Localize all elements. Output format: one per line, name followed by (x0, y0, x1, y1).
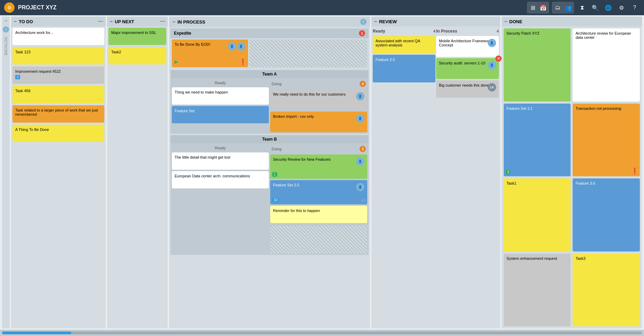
calendar-view-icon[interactable]: 📅 (538, 2, 548, 13)
lk-badge: LK (488, 83, 496, 91)
list-item[interactable]: Improvement request #522 3 (12, 67, 104, 84)
kanban-board: − i BACKLOG − TO DO ⋯ Architecture work … (0, 15, 644, 330)
inprocess-collapse-btn[interactable]: − (173, 19, 175, 25)
expedite-wip-area (249, 39, 367, 67)
expedite-section: Expedite 1 To Be Done By EOD! 👤 👤 ➤ ❗ (170, 28, 369, 69)
review-inprocess-col: In Process 4 Mobile Architecture Framewo… (436, 28, 499, 327)
review-sub-columns: Ready 4 Associated with recent QA system… (371, 26, 500, 328)
list-item[interactable]: Task2 (108, 47, 166, 64)
list-item[interactable]: A Thing To Be Done (12, 125, 104, 142)
board-view-icon[interactable]: ⊞ (528, 2, 538, 13)
settings-icon[interactable]: ⚙ (616, 2, 627, 13)
user-group: 🗂 👥 (552, 2, 574, 14)
avatar: 👤 (356, 183, 364, 191)
review-inprocess-header: In Process 4 (436, 28, 499, 35)
team-b-ready-label: Ready (172, 145, 269, 151)
list-item[interactable]: Reminder for this to happen (270, 206, 367, 223)
list-item[interactable]: Feature Set (172, 106, 269, 123)
header-left: ⚙ PROJECT XYZ (4, 2, 56, 13)
blocked-icon: ❗ (239, 58, 247, 66)
todo-collapse-btn[interactable]: − (14, 19, 17, 24)
list-item[interactable]: Security Review for New Features 👤 1 (270, 154, 367, 179)
avatar: 👤 (488, 39, 496, 47)
review-ready-col: Ready 4 Associated with recent QA system… (373, 28, 435, 327)
filter-icon[interactable]: ⧗ (577, 2, 587, 13)
done-body: Security Patch XYZ Architecture review f… (502, 26, 642, 328)
list-item[interactable]: Feature Set 2.0 👤 10 🏷 (270, 180, 367, 204)
upnext-body: Major improvement to SSL Task2 (107, 26, 168, 328)
list-item[interactable]: Architecture work for... (12, 28, 104, 45)
list-item[interactable]: Task3 (573, 254, 640, 327)
done-collapse-btn[interactable]: − (504, 19, 507, 24)
list-item[interactable]: Task 123 (12, 47, 104, 64)
inprocess-body: Expedite 1 To Be Done By EOD! 👤 👤 ➤ ❗ (169, 27, 370, 328)
list-item[interactable]: European Data center arch. communication… (172, 171, 269, 188)
help-icon[interactable]: ? (629, 2, 640, 13)
list-item[interactable]: To Be Done By EOD! 👤 👤 ➤ ❗ (172, 39, 248, 67)
scrollbar-track[interactable] (2, 331, 642, 334)
card-badge: 1 (272, 172, 277, 177)
avatar: 👤 (356, 92, 364, 100)
card-icon[interactable]: 🗂 (553, 2, 563, 13)
upnext-header: − UP NEXT ⋯ (107, 17, 168, 26)
board-info-icon[interactable]: i (3, 26, 9, 33)
app-title: PROJECT XYZ (18, 5, 56, 11)
team-b-section: Team B Ready The little detail that migh… (170, 135, 369, 255)
upnext-title: UP NEXT (115, 19, 134, 24)
upnext-collapse-btn[interactable]: − (110, 19, 113, 24)
list-item[interactable]: We really need to do this for our custom… (270, 89, 367, 110)
scrollbar-thumb[interactable] (2, 331, 71, 334)
list-item[interactable]: Security audit: servers 1-10 👤 ✕ (436, 58, 499, 79)
list-item[interactable]: Feature 2.5 (373, 55, 435, 82)
app-logo: ⚙ (4, 2, 15, 13)
list-item[interactable]: Broken import - csv only 👤 (270, 112, 367, 132)
list-item[interactable]: Major improvement to SSL (108, 28, 166, 45)
todo-column: − TO DO ⋯ Architecture work for... Task … (11, 17, 106, 328)
list-item[interactable]: Mobile Architecture Framework Concept 👤 (436, 36, 499, 57)
todo-menu-btn[interactable]: ⋯ (98, 19, 103, 24)
list-item[interactable]: Task 456 (12, 86, 104, 103)
review-collapse-btn[interactable]: − (374, 19, 377, 24)
list-item[interactable]: Security Patch XYZ (504, 28, 571, 101)
remove-card-btn[interactable]: ✕ (495, 55, 502, 62)
card-badge: 3 (15, 75, 20, 79)
collapse-all-btn[interactable]: − (5, 18, 7, 24)
priority-arrow-icon: ➤ (173, 58, 178, 66)
upnext-header-left: − UP NEXT (110, 19, 134, 24)
todo-body: Architecture work for... Task 123 Improv… (11, 26, 106, 328)
search-icon[interactable]: 🔍 (590, 2, 600, 13)
upnext-menu-btn[interactable]: ⋯ (160, 19, 165, 24)
tag-icon: 🏷 (361, 197, 366, 203)
list-item[interactable]: Feature 3.0 (573, 178, 640, 251)
inprocess-column: − IN PROCESS i Expedite 1 To Be Done By … (169, 17, 370, 328)
done-title: DONE (509, 19, 522, 24)
list-item[interactable]: Thing we need to make happen (172, 87, 269, 105)
avatar: 👤 (356, 157, 364, 166)
list-item[interactable]: The little detail that might get lost (172, 152, 269, 170)
todo-title: TO DO (19, 19, 33, 24)
todo-header: − TO DO ⋯ (11, 17, 106, 26)
review-inprocess-count: 4 (497, 29, 499, 33)
app-header: ⚙ PROJECT XYZ ⊞ 📅 🗂 👥 ⧗ 🔍 🌐 ⚙ ? (0, 0, 644, 15)
team-b-ready-col: Ready The little detail that might get l… (172, 145, 269, 254)
list-item[interactable]: Feature Set 2.1 3 (504, 104, 571, 177)
people-icon[interactable]: 👥 (563, 2, 573, 13)
review-column: − REVIEW Ready 4 Associated with recent … (371, 17, 500, 328)
team-b-columns: Ready The little detail that might get l… (170, 143, 369, 255)
team-b-doing-col: Doing 3 Security Review for New Features… (270, 145, 367, 254)
globe-icon[interactable]: 🌐 (603, 2, 614, 13)
list-item[interactable]: Transaction not processing ❗ (573, 104, 640, 177)
inprocess-info-icon[interactable]: i (360, 19, 367, 25)
team-a-header: Team A (170, 70, 369, 78)
list-item[interactable]: Associated with recent QA system analysi… (373, 36, 435, 53)
list-item[interactable]: Task1 (504, 178, 571, 251)
list-item[interactable]: Architecture review for European data ce… (573, 28, 640, 101)
list-item[interactable]: Big customer needs this done LK (436, 80, 499, 98)
done-header: − DONE (502, 17, 642, 26)
blocked-icon: ❗ (631, 167, 638, 175)
team-a-doing-text: Doing (272, 82, 282, 86)
list-item[interactable]: System enhancement request (504, 254, 571, 327)
team-a-doing-col: Doing 4 We really need to do this for ou… (270, 80, 367, 132)
list-item[interactable]: Task related to a larger piece of work t… (12, 105, 104, 123)
expedite-body: To Be Done By EOD! 👤 👤 ➤ ❗ (170, 38, 369, 69)
